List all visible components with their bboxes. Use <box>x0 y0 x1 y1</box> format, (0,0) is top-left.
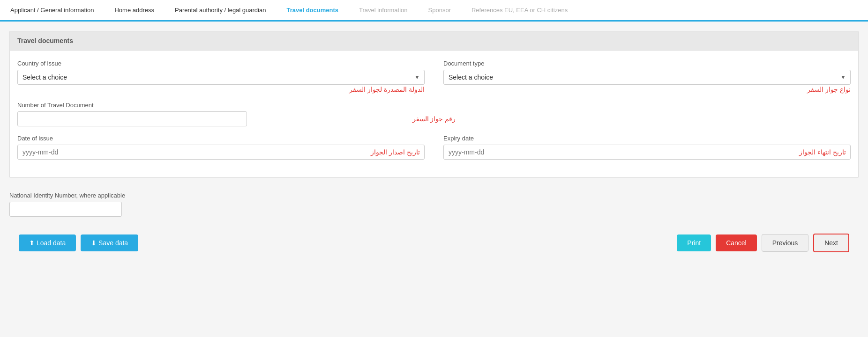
main-content: Travel documents Country of issue Select… <box>0 22 868 269</box>
upload-icon: ⬆ <box>29 239 37 247</box>
document-type-group: Document type Select a choice ▼ نواع جوا… <box>443 60 851 93</box>
country-of-issue-group: Country of issue Select a choice ▼ الدول… <box>17 60 425 93</box>
row-country-doctype: Country of issue Select a choice ▼ الدول… <box>17 60 851 93</box>
save-data-button[interactable]: ⬇ Save data <box>81 234 138 251</box>
action-right: Print Cancel Previous Next <box>677 234 849 252</box>
country-of-issue-wrapper: Select a choice ▼ <box>17 70 425 85</box>
travel-doc-number-row: Number of Travel Document رقم جواز السفر <box>17 102 851 126</box>
document-type-wrapper: Select a choice ▼ <box>443 70 851 85</box>
travel-doc-number-wrapper: رقم جواز السفر <box>17 111 851 126</box>
action-bar: ⬆ Load data ⬇ Save data Print Cancel Pre… <box>9 226 859 260</box>
document-type-select[interactable]: Select a choice <box>443 70 851 85</box>
cancel-button[interactable]: Cancel <box>716 234 757 251</box>
document-type-label: Document type <box>443 60 851 67</box>
tab-applicant[interactable]: Applicant / General information <box>0 0 104 22</box>
travel-doc-number-input[interactable] <box>17 111 247 126</box>
travel-documents-card: Travel documents Country of issue Select… <box>9 31 859 178</box>
print-button[interactable]: Print <box>677 234 711 251</box>
travel-doc-arabic-hint: رقم جواز السفر <box>412 115 456 123</box>
date-row: Date of issue تاريخ اصدار الجواز Expiry … <box>17 135 851 160</box>
tab-sponsor: Sponsor <box>418 0 461 22</box>
tab-parental[interactable]: Parental authority / legal guardian <box>165 0 276 22</box>
download-icon: ⬇ <box>91 239 98 247</box>
expiry-date-wrapper: تاريخ انتهاء الجواز <box>443 145 851 160</box>
country-of-issue-arabic-hint: الدولة المصدرة لجواز السفر <box>17 86 425 93</box>
section-header: Travel documents <box>10 31 858 51</box>
tab-references: References EU, EEA or CH citizens <box>461 0 578 22</box>
national-id-input[interactable] <box>9 202 122 217</box>
document-type-arabic-hint: نواع جواز السفر <box>443 86 851 93</box>
tab-travel-documents[interactable]: Travel documents <box>276 0 349 22</box>
tab-home-address[interactable]: Home address <box>104 0 165 22</box>
date-of-issue-input[interactable] <box>17 145 425 160</box>
next-button[interactable]: Next <box>813 234 849 252</box>
navigation-tabs: Applicant / General information Home add… <box>0 0 868 22</box>
national-id-section: National Identity Number, where applicab… <box>9 187 859 226</box>
expiry-date-group: Expiry date تاريخ انتهاء الجواز <box>443 135 851 160</box>
tab-travel-info: Travel information <box>349 0 418 22</box>
country-of-issue-select[interactable]: Select a choice <box>17 70 425 85</box>
previous-button[interactable]: Previous <box>762 234 808 252</box>
expiry-date-input[interactable] <box>443 145 851 160</box>
date-of-issue-label: Date of issue <box>17 135 425 142</box>
section-body: Country of issue Select a choice ▼ الدول… <box>10 51 858 177</box>
national-id-label: National Identity Number, where applicab… <box>9 192 859 199</box>
section-title: Travel documents <box>17 37 73 44</box>
country-of-issue-label: Country of issue <box>17 60 425 67</box>
action-left: ⬆ Load data ⬇ Save data <box>19 234 138 251</box>
travel-doc-number-label: Number of Travel Document <box>17 102 851 109</box>
load-data-button[interactable]: ⬆ Load data <box>19 234 76 251</box>
expiry-date-label: Expiry date <box>443 135 851 142</box>
date-of-issue-wrapper: تاريخ اصدار الجواز <box>17 145 425 160</box>
date-of-issue-group: Date of issue تاريخ اصدار الجواز <box>17 135 425 160</box>
